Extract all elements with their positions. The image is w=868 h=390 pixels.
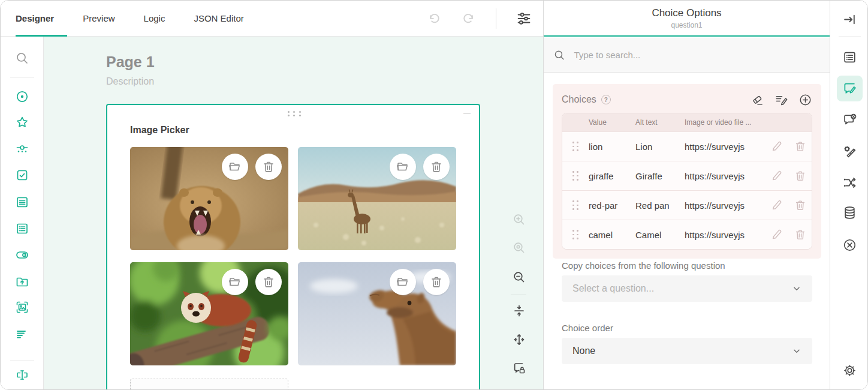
radiogroup-icon[interactable] (15, 89, 29, 104)
drag-handle-icon[interactable] (286, 110, 303, 117)
chevron-down-icon (792, 346, 801, 356)
delete-row-icon[interactable] (794, 228, 807, 241)
collapse-all-icon[interactable] (512, 304, 526, 318)
lock-questions-icon[interactable] (512, 361, 526, 376)
choose-image-button[interactable] (390, 269, 416, 295)
undo-icon[interactable] (426, 11, 442, 26)
tab-designer-label: Designer (16, 13, 54, 23)
copy-choices-dropdown[interactable]: Select a question... (562, 275, 812, 302)
choose-image-button[interactable] (222, 269, 248, 295)
chevron-down-icon (792, 284, 801, 293)
checkbox-icon[interactable] (15, 168, 29, 182)
edit-row-icon[interactable] (770, 228, 783, 241)
image-choice-camel[interactable] (298, 262, 456, 365)
design-surface: Page 1 Description — Image Picker (44, 37, 543, 390)
delete-row-icon[interactable] (794, 199, 807, 212)
image-choice-red-panda[interactable] (130, 262, 288, 365)
conditions-icon[interactable] (842, 112, 857, 127)
edit-row-icon[interactable] (770, 199, 783, 212)
zoom-out-icon[interactable] (512, 270, 526, 284)
choice-order-dropdown[interactable]: None (562, 338, 812, 364)
choice-alt[interactable]: Red pan (635, 200, 685, 211)
row-drag-handle-icon[interactable] (571, 170, 580, 182)
tab-preview[interactable]: Preview (83, 1, 128, 36)
edit-row-icon[interactable] (770, 140, 783, 153)
validation-icon[interactable] (842, 238, 857, 253)
logic-icon[interactable] (842, 175, 857, 190)
general-settings-icon[interactable] (842, 50, 857, 65)
choice-value[interactable]: red-par (589, 200, 635, 211)
choice-row-red-panda: red-par Red pan https://surveyjs (562, 190, 812, 220)
choice-value[interactable]: camel (589, 230, 635, 240)
trash-icon (429, 160, 444, 174)
rating-icon[interactable] (15, 115, 29, 130)
dropdown-icon[interactable] (15, 195, 29, 209)
data-icon[interactable] (842, 205, 857, 220)
property-search-input[interactable] (572, 49, 820, 61)
expand-all-icon[interactable] (512, 332, 526, 347)
single-input-icon[interactable] (15, 368, 29, 382)
folder-icon (228, 275, 242, 289)
choice-alt[interactable]: Camel (635, 230, 685, 240)
image-choice-lion[interactable] (130, 147, 288, 250)
question-title[interactable]: Image Picker (130, 125, 189, 136)
delete-image-button[interactable] (423, 154, 450, 180)
image-picker-icon[interactable] (15, 300, 29, 314)
choice-file[interactable]: https://surveyjs (685, 142, 765, 152)
choice-value[interactable]: giraffe (589, 171, 635, 181)
add-image-placeholder[interactable] (130, 379, 288, 390)
add-choice-icon[interactable] (798, 93, 812, 107)
tab-designer[interactable]: Designer (16, 1, 67, 36)
row-drag-handle-icon[interactable] (571, 199, 580, 211)
choose-image-button[interactable] (222, 154, 248, 180)
mask-settings-icon[interactable] (842, 144, 857, 159)
help-icon[interactable]: ? (601, 95, 611, 104)
choice-alt[interactable]: Lion (635, 142, 685, 152)
tab-logic-label: Logic (144, 13, 165, 23)
folder-icon (228, 160, 242, 174)
clear-choices-icon[interactable] (751, 93, 764, 107)
choice-file[interactable]: https://surveyjs (685, 171, 765, 181)
choice-order-value: None (572, 346, 595, 356)
choice-file[interactable]: https://surveyjs (685, 230, 765, 240)
row-drag-handle-icon[interactable] (571, 229, 580, 241)
choice-value[interactable]: lion (589, 142, 635, 152)
zoom-in-icon[interactable] (512, 212, 526, 227)
panel-subtitle: question1 (671, 21, 702, 29)
slider-icon[interactable] (15, 142, 29, 157)
edit-row-icon[interactable] (770, 169, 783, 182)
edit-choices-text-icon[interactable] (774, 93, 788, 107)
question-card[interactable]: — Image Picker (106, 104, 480, 390)
redo-icon[interactable] (461, 11, 477, 26)
zoom-default-icon[interactable] (512, 241, 526, 255)
choose-image-button[interactable] (390, 154, 416, 180)
delete-row-icon[interactable] (794, 140, 807, 153)
choices-section: Choices ? (553, 84, 821, 259)
file-upload-icon[interactable] (15, 274, 29, 289)
tab-logic[interactable]: Logic (144, 1, 179, 36)
multiselect-dropdown-icon[interactable] (15, 221, 29, 236)
choice-alt[interactable]: Giraffe (635, 171, 685, 181)
copy-choices-label: Copy choices from the following question (562, 260, 813, 271)
search-icon[interactable] (15, 51, 29, 65)
image-choice-giraffe[interactable] (298, 147, 456, 250)
row-drag-handle-icon[interactable] (571, 140, 580, 152)
delete-image-button[interactable] (255, 269, 282, 295)
page-description[interactable]: Description (106, 76, 154, 87)
delete-image-button[interactable] (255, 154, 282, 180)
choice-file[interactable]: https://surveyjs (685, 200, 765, 211)
settings-gear-icon[interactable] (842, 363, 857, 378)
collapse-panel-icon[interactable] (842, 12, 857, 27)
delete-row-icon[interactable] (794, 169, 807, 182)
survey-settings-icon[interactable] (516, 10, 532, 27)
collapse-question-icon[interactable]: — (463, 109, 471, 117)
page-title[interactable]: Page 1 (106, 53, 155, 71)
property-grid-panel: Choice Options question1 Choices ? (543, 1, 830, 390)
tab-json-editor[interactable]: JSON Editor (194, 1, 257, 36)
boolean-toggle-icon[interactable] (15, 248, 29, 262)
delete-image-button[interactable] (423, 269, 450, 295)
comment-icon[interactable] (15, 327, 29, 341)
choices-settings-icon[interactable] (837, 76, 863, 101)
property-category-sidebar (830, 1, 868, 390)
trash-icon (429, 275, 444, 289)
